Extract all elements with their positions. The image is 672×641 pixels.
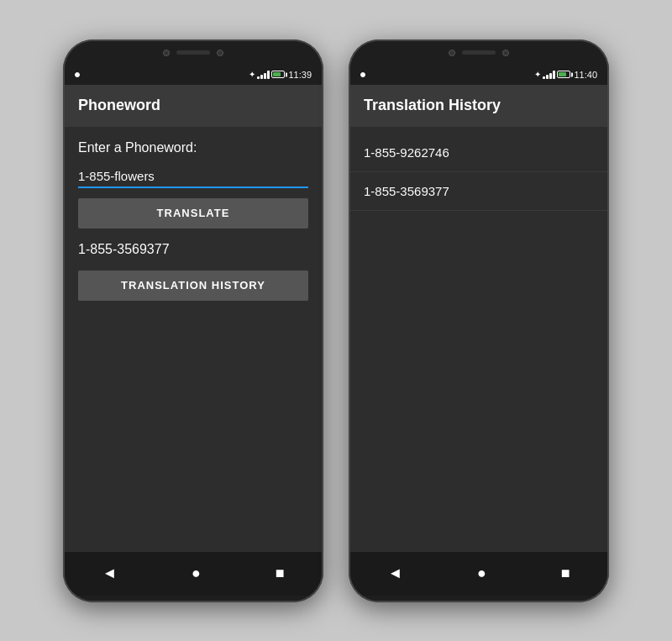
recent-button-2[interactable]: ■	[561, 565, 570, 582]
back-button-2[interactable]: ◄	[387, 565, 402, 582]
status-right-2: ✦ 11:40	[534, 70, 597, 80]
status-bar-1: ✦ 11:39	[65, 65, 322, 85]
home-button-2[interactable]: ●	[477, 565, 486, 582]
status-right-1: ✦ 11:39	[249, 70, 312, 80]
phone-top-bar-1	[65, 41, 322, 65]
sensor-2	[502, 50, 509, 56]
translation-history-button[interactable]: TRANSLATION HISTORY	[78, 271, 308, 301]
phoneword-input[interactable]	[78, 166, 308, 188]
bar2-2	[546, 75, 549, 79]
status-time-1: 11:39	[288, 70, 312, 80]
phone-1: ✦ 11:39 Phone	[63, 39, 323, 602]
camera-1	[163, 50, 170, 56]
bluetooth-icon-2: ✦	[534, 70, 541, 79]
bar4	[267, 71, 270, 79]
bar3-2	[549, 73, 552, 79]
home-button-1[interactable]: ●	[192, 565, 201, 582]
battery-1	[271, 71, 285, 78]
nav-bar-2: ◄ ● ■	[350, 552, 607, 596]
camera-2	[449, 50, 455, 56]
status-left-2	[360, 72, 365, 77]
history-item-0[interactable]: 1-855-9262746	[350, 134, 607, 172]
app-title-2: Translation History	[364, 97, 501, 114]
app-bar-1: Phoneword	[65, 85, 322, 127]
history-list: 1-855-9262746 1-855-3569377	[350, 127, 607, 552]
battery-fill-2	[559, 72, 565, 76]
status-bar-2: ✦ 11:40	[350, 65, 607, 85]
battery-2	[557, 71, 570, 78]
bar2	[260, 75, 263, 79]
phone-bottom-2	[350, 596, 607, 601]
main-content-1: Enter a Phoneword: TRANSLATE 1-855-35693…	[65, 127, 322, 552]
status-dot-2	[360, 72, 365, 77]
battery-fill-1	[273, 72, 280, 76]
status-dot-1	[75, 72, 80, 77]
app-title-1: Phoneword	[78, 97, 160, 114]
back-button-1[interactable]: ◄	[102, 565, 117, 582]
status-time-2: 11:40	[574, 70, 597, 80]
bar4-2	[553, 71, 555, 79]
status-icons-2: ✦	[534, 70, 570, 79]
signal-bars-2	[543, 71, 555, 79]
nav-bar-1: ◄ ● ■	[65, 552, 322, 596]
translate-button[interactable]: TRANSLATE	[78, 198, 308, 229]
input-label-1: Enter a Phoneword:	[78, 140, 308, 155]
sensor-1	[217, 50, 223, 56]
bluetooth-icon-1: ✦	[249, 70, 255, 79]
translated-number: 1-855-3569377	[78, 239, 308, 260]
status-icons-1: ✦	[249, 70, 285, 79]
speaker-1	[176, 50, 210, 55]
status-left-1	[75, 72, 80, 77]
phone-bottom-1	[65, 596, 322, 601]
signal-bars-1	[257, 71, 270, 79]
phone-2: ✦ 11:40 Trans	[349, 39, 609, 602]
app-bar-2: Translation History	[350, 85, 607, 127]
bar3	[264, 73, 266, 79]
recent-button-1[interactable]: ■	[276, 565, 285, 582]
phone-top-bar-2	[350, 41, 607, 65]
history-item-1[interactable]: 1-855-3569377	[350, 172, 607, 211]
bar1	[257, 76, 260, 79]
bar1-2	[543, 76, 545, 79]
input-container-1	[78, 166, 308, 188]
speaker-2	[462, 50, 496, 55]
phone-pair: ✦ 11:39 Phone	[63, 39, 609, 602]
